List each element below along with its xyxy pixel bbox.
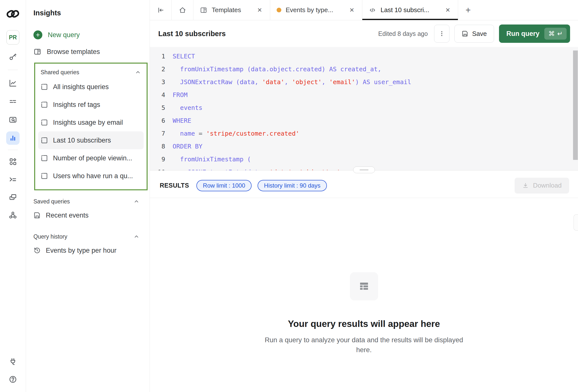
right-panel-handle[interactable] [574,214,578,231]
query-template-icon [41,172,48,180]
brand-logo-icon[interactable] [6,7,20,21]
close-tab-icon[interactable]: ✕ [256,6,263,14]
webhook-icon[interactable] [6,208,20,222]
code-line: 4FROM [150,88,578,101]
unsaved-dot-icon [277,8,281,12]
new-query-button[interactable]: + New query [26,28,149,42]
search-doc-icon[interactable] [6,113,20,127]
row-limit-pill[interactable]: Row limit : 1000 [196,180,252,191]
plug-icon[interactable] [6,355,20,368]
saved-queries-header[interactable]: Saved queries [26,196,149,207]
sidebar-item-label: Recent events [46,212,89,219]
chevron-up-icon [133,198,140,205]
tab-templates[interactable]: Templates ✕ [193,0,270,20]
sidebar-item-label: Insights usage by email [53,119,123,127]
home-button[interactable] [172,0,193,20]
code-line: 2 fromUnixTimestamp (data.object.created… [150,63,578,76]
home-icon [179,6,186,14]
chevron-up-icon [135,69,141,76]
sidebar-item-label: Insights ref tags [53,101,100,109]
results-label: RESULTS [160,182,189,189]
sidebar-item-label: Users who have run a qu... [53,172,133,180]
sidebar-item-insights-usage-by-email[interactable]: Insights usage by email [38,114,144,131]
query-title: Last 10 subscribers [158,30,226,38]
sidebar-item-users-who-have-run-a-query[interactable]: Users who have run a qu... [38,167,144,185]
tab-last-10-subscribers[interactable]: Last 10 subscri... ✕ [362,0,458,20]
page-title: Insights [26,0,149,17]
run-query-button[interactable]: Run query ⌘ ↵ [499,25,570,43]
query-template-icon [41,137,48,144]
key-icon[interactable] [6,50,20,63]
sidebar-item-label: Number of people viewin... [53,154,132,162]
resize-grip[interactable] [353,167,375,173]
saved-queries-label: Saved queries [33,198,70,205]
code-line: 7 name = 'stripe/customer.created' [150,127,578,140]
query-template-icon [41,101,48,108]
main-panel: Templates ✕ Events by type... ✕ Last 10 … [150,0,578,392]
filter-lines-icon[interactable] [6,95,20,108]
empty-state: Your query results will appear here Run … [150,198,578,355]
editor-scrollbar[interactable] [573,50,578,160]
plus-icon: + [33,30,42,39]
shared-queries-header[interactable]: Shared queries [38,67,144,78]
code-icon [369,6,376,14]
chevron-up-icon [133,233,140,240]
query-header: Last 10 subscribers Edited 8 days ago Sa… [150,20,578,47]
close-tab-icon[interactable]: ✕ [444,6,451,14]
sidebar-item-number-of-people-viewing[interactable]: Number of people viewin... [38,149,144,167]
results-toolbar: RESULTS Row limit : 1000 History limit :… [150,173,578,198]
history-limit-pill[interactable]: History limit : 90 days [258,180,327,191]
grip-bar-icon [360,169,369,171]
avatar[interactable]: PR [6,30,19,44]
new-tab-button[interactable]: + [458,0,478,20]
sidebar-item-last-10-subscribers[interactable]: Last 10 subscribers [38,131,144,149]
code-lines: 1SELECT2 fromUnixTimestamp (data.object.… [150,50,578,170]
enter-key-icon: ↵ [557,30,563,38]
empty-state-subtitle-line2: here. [356,346,372,354]
kebab-menu-icon [438,30,445,37]
tab-label: Templates [212,6,241,14]
sidebar-item-recent-events[interactable]: Recent events [26,207,149,223]
console-icon[interactable] [6,173,20,186]
save-button[interactable]: Save [454,25,494,43]
empty-state-title: Your query results will appear here [288,319,440,329]
sidebar-item-label: Last 10 subscribers [53,137,111,144]
help-icon[interactable] [6,373,20,386]
query-template-icon [41,154,48,162]
code-line: 6WHERE [150,114,578,127]
table-icon-card [350,272,378,301]
tab-events-by-type[interactable]: Events by type... ✕ [270,0,362,20]
empty-state-subtitle: Run a query to analyze your data and the… [265,335,463,355]
code-line: 5 events [150,101,578,114]
sidebar-item-label: All insights queries [53,83,109,91]
app-window: PR [0,0,578,392]
browse-templates-label: Browse templates [47,48,100,56]
download-icon [522,182,529,189]
close-tab-icon[interactable]: ✕ [348,6,356,14]
results-area: Your query results will appear here Run … [150,198,578,392]
browse-templates-button[interactable]: Browse templates [26,44,149,59]
query-history-label: Query history [33,233,67,240]
bar-chart-icon[interactable] [6,131,20,145]
collapse-sidebar-button[interactable] [150,0,172,20]
tab-label: Last 10 subscri... [381,6,430,14]
sidebar: Insights + New query Browse templates Sh… [26,0,150,392]
sidebar-item-events-by-type-per-hour[interactable]: Events by type per hour [26,242,149,259]
query-history-header[interactable]: Query history [26,231,149,242]
sidebar-item-label: Events by type per hour [46,247,116,254]
sidebar-item-all-insights-queries[interactable]: All insights queries [38,78,144,96]
query-template-icon [41,83,48,90]
shapes-icon[interactable] [6,155,20,168]
shared-queries-section: Shared queries All insights queries Insi… [34,63,147,190]
table-icon [358,280,370,292]
sql-editor[interactable]: 1SELECT2 fromUnixTimestamp (data.object.… [150,47,578,170]
download-button[interactable]: Download [515,178,569,194]
line-chart-icon[interactable] [6,77,20,90]
history-icon [33,247,41,254]
sidebar-item-insights-ref-tags[interactable]: Insights ref tags [38,96,144,114]
save-icon [462,30,469,37]
windows-icon[interactable] [6,191,20,204]
more-options-button[interactable] [434,25,449,43]
tab-label: Events by type... [286,6,333,14]
limit-pills: Row limit : 1000 History limit : 90 days [196,180,327,191]
